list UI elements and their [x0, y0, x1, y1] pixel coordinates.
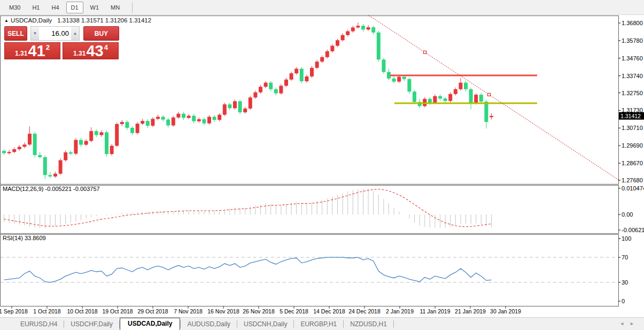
candle-bull — [141, 121, 144, 124]
candle-bear — [387, 72, 391, 79]
price-axis-label: 1.29690 — [622, 142, 643, 149]
candle-bear — [161, 117, 165, 119]
timeframe-toolbar: M30H1H4D1W1MN — [0, 0, 644, 15]
trendline-anchor-marker[interactable] — [488, 93, 491, 96]
date-axis-label: 19 Oct 2018 — [102, 308, 133, 314]
macd-indicator-label: MACD(12,26,9) -0.005221 -0.003757 — [3, 186, 100, 192]
candle-bear — [95, 131, 98, 135]
trading-terminal: { "toolbar": {"timeframes": ["M30", "H1"… — [0, 0, 644, 330]
price-axis-label: 1.36800 — [622, 20, 643, 26]
timeframe-button-mn[interactable]: MN — [106, 2, 125, 13]
candle-bull — [110, 146, 114, 154]
chart-tab-usdcad-daily[interactable]: USDCAD,Daily — [120, 318, 180, 330]
timeframe-button-w1[interactable]: W1 — [86, 2, 104, 13]
rsi-axis-label: 70 — [622, 254, 628, 260]
chart-tab-audusd-daily[interactable]: AUDUSD,Daily — [181, 319, 237, 330]
candle-bull — [356, 26, 360, 27]
date-axis-label: 14 Dec 2018 — [313, 308, 345, 314]
date-axis-label: 21 Jan 2019 — [455, 308, 486, 314]
candle-bull — [284, 80, 288, 86]
chart-canvas[interactable]: 1.368001.357801.347601.337401.327501.317… — [0, 15, 644, 317]
candle-bull — [151, 119, 154, 126]
tabs-scroll-right-icon[interactable]: ► — [630, 321, 640, 326]
chart-tab-eurusd-h4[interactable]: EURUSD,H4 — [14, 319, 64, 330]
candle-bear — [274, 89, 278, 94]
chart-symbol-header: ▲USDCAD,Daily1.31338 1.31571 1.31206 1.3… — [4, 17, 151, 24]
candle-bear — [228, 104, 231, 108]
candle-bear — [105, 132, 108, 154]
buy-price-box[interactable]: 1.31 43 4 — [63, 42, 119, 59]
candle-bull — [243, 109, 247, 112]
sell-button[interactable]: SELL — [4, 26, 27, 41]
rsi-indicator-label: RSI(14) 33.8609 — [3, 235, 46, 241]
rsi-panel — [1, 235, 619, 306]
candle-bull — [310, 68, 314, 76]
candle-bull — [454, 89, 457, 94]
candle-bear — [269, 83, 273, 89]
candle-bull — [341, 35, 345, 41]
candle-bear — [444, 98, 447, 101]
price-axis-label: 1.33740 — [622, 73, 643, 79]
trendline-anchor-marker[interactable] — [424, 51, 426, 53]
candle-bull — [12, 149, 16, 152]
candle-bull — [367, 27, 370, 29]
candle-bull — [99, 132, 103, 135]
timeframe-button-h1[interactable]: H1 — [27, 2, 44, 13]
collapse-panel-icon[interactable]: ▲ — [4, 18, 9, 23]
candle-bull — [197, 119, 201, 121]
timeframe-button-d1[interactable]: D1 — [66, 2, 83, 13]
buy-price-sup: 4 — [104, 44, 108, 51]
ohlc-values: 1.31338 1.31571 1.31206 1.31412 — [57, 17, 151, 24]
candle-bull — [490, 116, 493, 117]
candle-bull — [89, 131, 93, 141]
chart-tab-usdchf-daily[interactable]: USDCHF,Daily — [64, 319, 119, 330]
candle-bear — [166, 120, 170, 126]
rsi-axis-label: 100 — [622, 235, 631, 242]
sell-price-prefix: 1.31 — [15, 50, 27, 57]
timeframe-button-h4[interactable]: H4 — [46, 2, 64, 13]
candle-bear — [238, 101, 242, 112]
candle-bull — [459, 83, 462, 89]
chart-tab-nzdusd-h1[interactable]: NZDUSD,H1 — [344, 319, 393, 330]
volume-input[interactable] — [39, 27, 71, 40]
price-axis-label: 1.34760 — [622, 55, 643, 62]
candle-bull — [18, 147, 21, 149]
toolbar-separator — [132, 2, 133, 13]
buy-button[interactable]: BUY — [83, 26, 119, 41]
candle-bear — [479, 95, 483, 102]
candle-bear — [469, 89, 473, 103]
candle-bear — [428, 99, 432, 103]
candle-bull — [290, 73, 293, 80]
candle-bull — [433, 96, 437, 103]
candle-bull — [28, 134, 32, 144]
candle-bear — [182, 114, 185, 118]
candle-bear — [413, 91, 416, 102]
candle-bear — [361, 26, 365, 29]
timeframe-button-m30[interactable]: M30 — [4, 2, 25, 13]
candle-bear — [125, 122, 129, 128]
sell-price-sup: 2 — [46, 44, 50, 51]
candle-bull — [207, 117, 211, 123]
candle-bear — [407, 79, 411, 92]
date-axis-label: 7 Nov 2018 — [174, 308, 203, 314]
volume-increase-button[interactable]: ▲ — [71, 27, 79, 40]
buy-price-big: 43 — [86, 43, 103, 58]
candle-bull — [74, 140, 77, 154]
candle-bull — [64, 152, 67, 160]
volume-decrease-button[interactable]: ▼ — [31, 27, 39, 40]
candle-bull — [172, 118, 175, 126]
date-axis-label: 2 Jan 2019 — [386, 308, 414, 314]
sell-price-box[interactable]: 1.31 41 2 — [4, 42, 60, 59]
chart-tab-usdcnh-daily[interactable]: USDCNH,Daily — [237, 319, 293, 330]
candle-bull — [305, 76, 308, 81]
candle-bull — [84, 141, 88, 145]
candle-bull — [156, 117, 160, 119]
candle-bear — [79, 140, 83, 145]
date-axis-label: 5 Dec 2018 — [280, 308, 308, 314]
tab-separator — [393, 320, 394, 328]
candle-bull — [474, 95, 478, 103]
candle-bear — [130, 128, 134, 133]
buy-price-prefix: 1.31 — [73, 50, 86, 57]
tabs-scroll-left-icon[interactable]: ◄ — [619, 321, 630, 326]
chart-tab-eurgbp-h1[interactable]: EURGBP,H1 — [294, 319, 343, 330]
